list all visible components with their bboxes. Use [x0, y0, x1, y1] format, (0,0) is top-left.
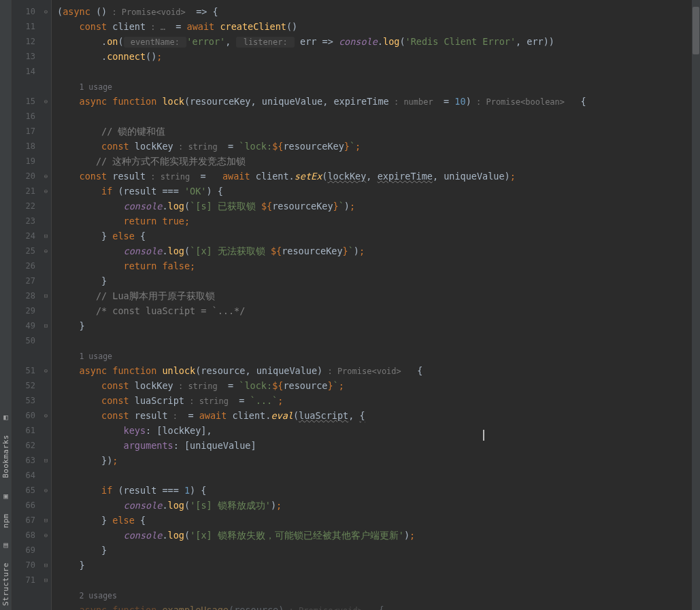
code-line[interactable]: async function exampleUsage(resource) : … — [57, 603, 700, 610]
code-line[interactable]: 2 usages — [57, 588, 700, 603]
code-line[interactable]: 1 usage — [57, 348, 700, 363]
fold-marker[interactable] — [41, 588, 51, 603]
fold-marker[interactable] — [41, 333, 51, 348]
fold-marker[interactable] — [41, 199, 51, 214]
sidebar-tab-npm[interactable]: npm — [1, 512, 10, 529]
code-line[interactable]: const lockKey : string = `lock:${resourc… — [57, 139, 700, 154]
line-number: 52 — [12, 378, 41, 393]
line-number: 10 — [12, 4, 41, 19]
code-line[interactable] — [57, 468, 700, 483]
fold-marker[interactable] — [41, 303, 51, 318]
fold-marker[interactable] — [41, 109, 51, 124]
code-line[interactable]: } else { — [57, 513, 700, 528]
code-line[interactable]: }); — [57, 453, 700, 468]
line-number: 20 — [12, 169, 41, 184]
code-line[interactable]: } — [57, 543, 700, 558]
fold-marker[interactable]: ⊖ — [41, 243, 51, 258]
code-line[interactable]: console.log(`[x] 无法获取锁 ${resourceKey}`); — [57, 243, 700, 258]
code-line[interactable]: // 这种方式不能实现并发竞态加锁 — [57, 154, 700, 169]
code-line[interactable]: 1 usage — [57, 79, 700, 94]
fold-marker[interactable] — [41, 468, 51, 483]
fold-marker[interactable]: ⊖ — [41, 184, 51, 199]
code-editor[interactable]: (async () : Promise<void> => { const cli… — [52, 0, 700, 610]
fold-marker[interactable] — [41, 214, 51, 228]
code-line[interactable]: const result : = await client.eval(luaSc… — [57, 408, 700, 423]
fold-marker[interactable] — [41, 543, 51, 558]
code-line[interactable]: } else { — [57, 228, 700, 243]
fold-marker[interactable] — [41, 154, 51, 169]
code-line[interactable]: keys: [lockKey], — [57, 423, 700, 438]
fold-marker[interactable]: ⊖ — [41, 363, 51, 378]
fold-marker[interactable]: ⊖ — [41, 528, 51, 543]
line-number: 50 — [12, 333, 41, 348]
fold-marker[interactable] — [41, 378, 51, 393]
scrollbar-thumb[interactable] — [693, 7, 699, 54]
code-line[interactable]: (async () : Promise<void> => { — [57, 4, 700, 19]
code-line[interactable]: // 锁的键和值 — [57, 124, 700, 139]
fold-marker[interactable]: ⊖ — [41, 4, 51, 19]
line-number: 14 — [12, 64, 41, 79]
code-line[interactable]: return false; — [57, 258, 700, 273]
code-line[interactable]: const result : string = await client.set… — [57, 169, 700, 184]
fold-marker[interactable] — [41, 498, 51, 513]
fold-marker[interactable] — [41, 64, 51, 79]
fold-marker[interactable]: ⊟ — [41, 453, 51, 468]
code-line[interactable]: async function unlock(resource, uniqueVa… — [57, 363, 700, 378]
fold-marker[interactable] — [41, 438, 51, 453]
fold-marker[interactable] — [41, 423, 51, 438]
fold-marker[interactable] — [41, 603, 51, 610]
line-number: 60 — [12, 408, 41, 423]
fold-marker[interactable]: ⊟ — [41, 288, 51, 303]
code-line[interactable]: console.log('[s] 锁释放成功'); — [57, 498, 700, 513]
line-number: 15 — [12, 94, 41, 109]
fold-marker[interactable]: ⊖ — [41, 94, 51, 109]
fold-marker[interactable]: ⊟ — [41, 318, 51, 333]
code-line[interactable]: console.log(`[s] 已获取锁 ${resourceKey}`); — [57, 199, 700, 214]
fold-marker[interactable] — [41, 124, 51, 139]
code-line[interactable]: } — [57, 558, 700, 573]
code-line[interactable]: console.log('[x] 锁释放失败，可能锁已经被其他客户端更新'); — [57, 528, 700, 543]
code-line[interactable]: /* const luaScript = `...*/ — [57, 303, 700, 318]
fold-marker[interactable] — [41, 139, 51, 154]
code-line[interactable]: if (result === 'OK') { — [57, 184, 700, 199]
code-line[interactable] — [57, 333, 700, 348]
fold-marker[interactable] — [41, 273, 51, 288]
code-line[interactable]: // Lua脚本用于原子获取锁 — [57, 288, 700, 303]
code-line[interactable]: .connect(); — [57, 49, 700, 64]
line-number: 63 — [12, 453, 41, 468]
vertical-scrollbar[interactable] — [692, 0, 700, 610]
fold-marker[interactable]: ⊖ — [41, 408, 51, 423]
fold-marker[interactable] — [41, 258, 51, 273]
code-line[interactable]: .on( eventName: 'error', listener: err =… — [57, 34, 700, 49]
code-line[interactable]: arguments: [uniqueValue] — [57, 438, 700, 453]
code-line[interactable]: const luaScript : string = `...`; — [57, 393, 700, 408]
code-line[interactable]: async function lock(resourceKey, uniqueV… — [57, 94, 700, 109]
sidebar-tab-structure[interactable]: Structure — [1, 561, 10, 607]
fold-marker[interactable] — [41, 79, 51, 94]
code-line[interactable] — [57, 573, 700, 588]
line-number: 65 — [12, 483, 41, 498]
fold-marker[interactable] — [41, 19, 51, 34]
line-number — [12, 588, 41, 603]
fold-marker[interactable]: ⊖ — [41, 169, 51, 184]
code-line[interactable]: if (result === 1) { — [57, 483, 700, 498]
fold-marker[interactable] — [41, 393, 51, 408]
fold-marker[interactable] — [41, 348, 51, 363]
fold-marker[interactable]: ⊖ — [41, 483, 51, 498]
fold-marker[interactable] — [41, 49, 51, 64]
code-line[interactable]: } — [57, 318, 700, 333]
code-line[interactable]: } — [57, 273, 700, 288]
code-line[interactable]: const client : … = await createClient() — [57, 19, 700, 34]
code-line[interactable] — [57, 64, 700, 79]
fold-marker[interactable]: ⊟ — [41, 558, 51, 573]
sidebar-tab-bookmarks[interactable]: Bookmarks — [1, 433, 10, 479]
code-line[interactable] — [57, 109, 700, 124]
fold-marker[interactable]: ⊟ — [41, 513, 51, 528]
code-line[interactable]: const lockKey : string = `lock:${resourc… — [57, 378, 700, 393]
fold-marker[interactable] — [41, 34, 51, 49]
fold-marker[interactable]: ⊟ — [41, 573, 51, 588]
fold-marker[interactable]: ⊟ — [41, 228, 51, 243]
code-line[interactable]: return true; — [57, 214, 700, 228]
fold-gutter[interactable]: ⊖⊖⊖⊖⊟⊖⊟⊟⊖⊖⊟⊖⊟⊖⊟⊟ — [41, 0, 52, 610]
line-number: 62 — [12, 438, 41, 453]
